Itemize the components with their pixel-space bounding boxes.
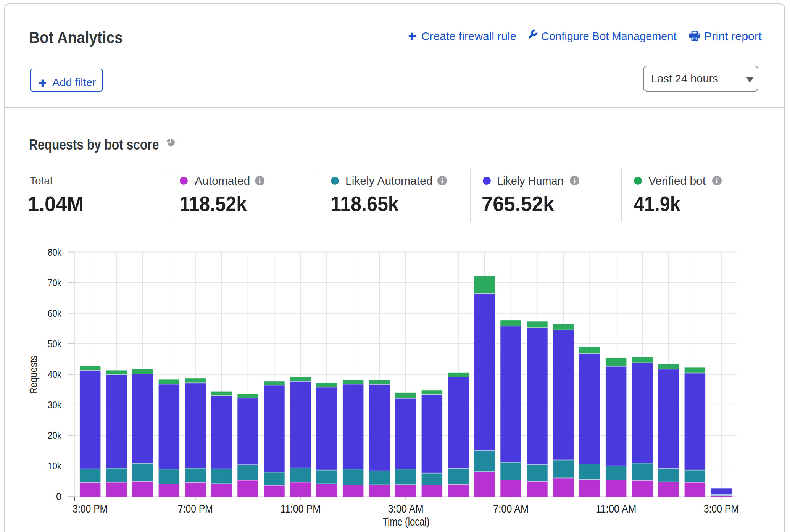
svg-text:50k: 50k [48, 339, 61, 349]
svg-text:Time (local): Time (local) [383, 516, 430, 528]
svg-text:7:00 AM: 7:00 AM [493, 502, 529, 515]
svg-text:3:00 AM: 3:00 AM [388, 502, 424, 515]
svg-text:40k: 40k [48, 369, 61, 380]
svg-text:11:00 AM: 11:00 AM [596, 502, 637, 515]
svg-text:20k: 20k [48, 430, 61, 441]
svg-text:3:00 PM: 3:00 PM [73, 502, 108, 515]
svg-text:70k: 70k [48, 277, 61, 288]
svg-text:0: 0 [56, 491, 61, 502]
svg-text:10k: 10k [48, 461, 61, 471]
svg-text:60k: 60k [48, 308, 61, 319]
svg-text:30k: 30k [48, 400, 61, 410]
svg-text:80k: 80k [48, 247, 61, 258]
svg-text:Requests: Requests [28, 356, 39, 394]
svg-text:11:00 PM: 11:00 PM [281, 502, 321, 515]
svg-text:3:00 PM: 3:00 PM [704, 502, 739, 515]
svg-text:7:00 PM: 7:00 PM [178, 502, 213, 515]
